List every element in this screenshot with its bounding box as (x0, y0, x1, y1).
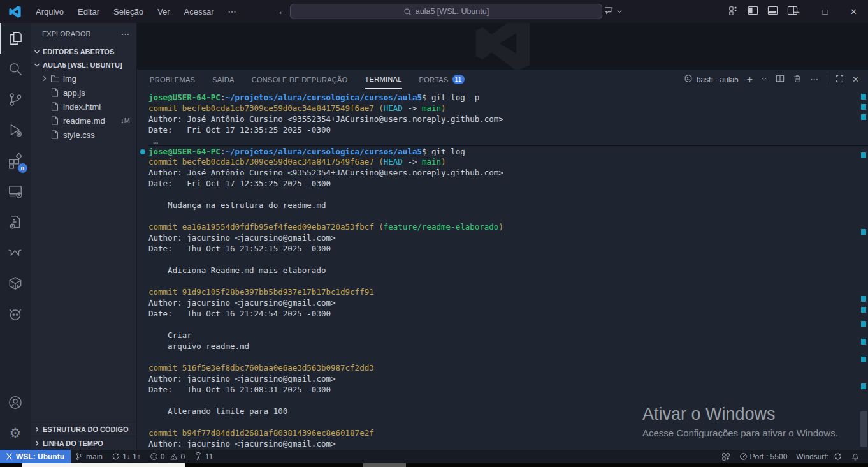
bot-icon[interactable] (0, 299, 31, 329)
panel-tab-output[interactable]: SAÍDA (212, 70, 235, 89)
tree-item-readme-md[interactable]: readme.md↓M (31, 114, 136, 128)
remote-explorer-icon[interactable] (0, 176, 31, 207)
terminal-line: Author: José Antônio Cursino <93552354+J… (148, 114, 868, 124)
new-terminal-icon[interactable]: + (747, 74, 753, 85)
terminal-line: Date: Thu Oct 16 21:52:15 2025 -0300 (148, 243, 868, 254)
menu-more[interactable]: ⋯ (222, 4, 242, 19)
menu-ver[interactable]: Ver (152, 4, 176, 19)
apps-indicator[interactable] (717, 450, 735, 463)
panel-tab-ports[interactable]: PORTAS11 (419, 70, 465, 89)
explorer-icon[interactable] (0, 23, 31, 54)
toggle-panel-icon[interactable] (767, 5, 778, 18)
section-timeline[interactable]: LINHA DO TEMPO (31, 436, 136, 450)
minimize-button[interactable]: ─ (782, 0, 811, 23)
editor-and-panel: PROBLEMASSAÍDACONSOLE DE DEPURAÇÃOTERMIN… (137, 23, 868, 450)
panel-tab-label: TERMINAL (365, 75, 402, 83)
chevron-right-icon (33, 425, 41, 434)
activity-bar: 8 ⚙ (0, 23, 31, 450)
git-modified-badge: ↓M (120, 117, 130, 124)
split-terminal-icon[interactable] (776, 74, 785, 85)
section-workspace[interactable]: AULA5 [WSL: UBUNTU] (31, 58, 136, 71)
windsurf-status[interactable]: Windsurf: (792, 450, 846, 463)
kill-terminal-icon[interactable] (793, 74, 802, 85)
terminal-selector[interactable]: bash - aula5 (684, 74, 739, 85)
problems-indicator[interactable]: 0 0 (145, 450, 189, 463)
video-progress-buffer (363, 463, 406, 467)
command-decoration-dot[interactable] (140, 149, 145, 154)
account-icon[interactable] (0, 387, 31, 418)
tree-item-app-js[interactable]: app.js (31, 85, 136, 100)
divider (827, 75, 827, 84)
windsurf-icon[interactable] (0, 237, 31, 268)
sync-indicator[interactable]: 1↓ 1↑ (107, 450, 145, 463)
tree-item-index-html[interactable]: index.html (31, 100, 136, 114)
terminal-scrollbar[interactable] (859, 89, 868, 450)
ports-badge: 11 (452, 75, 465, 84)
close-button[interactable]: ✕ (839, 0, 868, 23)
panel-tab-label: PROBLEMAS (150, 76, 195, 84)
command-center-label: aula5 [WSL: Ubuntu] (416, 7, 489, 16)
live-server-port[interactable]: Port : 5500 (735, 450, 792, 463)
file-settings-icon[interactable] (0, 207, 31, 237)
sidebar-more-icon[interactable]: ⋯ (121, 29, 130, 39)
scrollbar-decoration (861, 94, 866, 100)
terminal-line: jose@USER-64-PC:~/projetos/alura/cursolo… (148, 92, 868, 103)
panel-tab-problems[interactable]: PROBLEMAS (150, 70, 195, 89)
tree-item-img[interactable]: img (31, 71, 136, 85)
terminal-line: arquivo readme.md (148, 341, 868, 352)
sidebar-title: EXPLORADOR (42, 30, 90, 38)
panel-more-icon[interactable]: ⋯ (810, 75, 818, 84)
scrollbar-decoration (861, 339, 866, 345)
section-outline[interactable]: ESTRUTURA DO CÓDIGO (31, 422, 136, 436)
scrollbar-decoration (861, 114, 866, 120)
command-center[interactable]: aula5 [WSL: Ubuntu] (290, 4, 602, 19)
terminal-line: Criar (148, 330, 868, 341)
history-back-icon[interactable]: ← (278, 6, 288, 17)
settings-gear-icon[interactable]: ⚙ (0, 418, 31, 448)
terminal-output[interactable]: jose@USER-64-PC:~/projetos/alura/cursolo… (137, 89, 868, 450)
container-icon[interactable] (0, 268, 31, 299)
search-icon (403, 8, 412, 16)
remote-indicator[interactable]: WSL: Ubuntu (0, 450, 71, 463)
close-panel-icon[interactable]: ✕ (852, 75, 859, 84)
ports-indicator[interactable]: 11 (189, 450, 217, 463)
menu-editar[interactable]: Editar (72, 4, 105, 19)
workbench: 8 ⚙ (0, 23, 868, 450)
tree-item-style-css[interactable]: style.css (31, 128, 136, 142)
terminal-line: Adiciona Readme.md mais elaborado (148, 265, 868, 276)
panel-tab-label: CONSOLE DE DEPURAÇÃO (252, 76, 348, 84)
scrollbar-decoration (861, 321, 866, 327)
customize-layout-icon[interactable] (728, 6, 739, 18)
toggle-sidebar-icon[interactable] (748, 5, 758, 18)
scrollbar-thumb[interactable] (860, 411, 867, 447)
sync-icon (112, 452, 120, 461)
panel-tab-terminal[interactable]: TERMINAL (365, 70, 402, 89)
terminal-icon (684, 74, 693, 85)
file-icon (51, 116, 59, 125)
menu-acessar[interactable]: Acessar (178, 4, 220, 19)
terminal-line (148, 352, 868, 362)
warnings-icon (170, 452, 178, 461)
menu-arquivo[interactable]: Arquivo (30, 4, 69, 19)
search-sidebar-icon[interactable] (0, 54, 31, 84)
video-progress-played (22, 463, 185, 467)
section-open-editors[interactable]: EDITORES ABERTOS (31, 45, 136, 58)
source-control-icon[interactable] (0, 84, 31, 115)
notifications[interactable] (846, 450, 864, 463)
terminal-dropdown-icon[interactable] (761, 75, 767, 84)
terminal-line: Date: Fri Oct 17 12:35:25 2025 -0300 (148, 178, 868, 189)
panel-tab-debug-console[interactable]: CONSOLE DE DEPURAÇÃO (252, 70, 348, 89)
extensions-badge: 8 (18, 163, 27, 173)
broadcast-icon (194, 452, 203, 461)
extensions-icon[interactable]: 8 (0, 145, 31, 176)
menu-selecao[interactable]: Seleção (108, 4, 149, 19)
run-debug-icon[interactable] (0, 115, 31, 145)
remote-icon (5, 452, 13, 461)
terminal-line: Author: jacursino <jacursino@gmail.com> (148, 438, 868, 449)
terminal-line: Author: jacursino <jacursino@gmail.com> (148, 373, 868, 384)
copilot-button[interactable] (604, 5, 623, 18)
branch-indicator[interactable]: main (71, 450, 107, 463)
maximize-panel-icon[interactable] (835, 75, 844, 85)
maximize-button[interactable]: □ (811, 0, 839, 23)
file-icon (51, 130, 59, 139)
